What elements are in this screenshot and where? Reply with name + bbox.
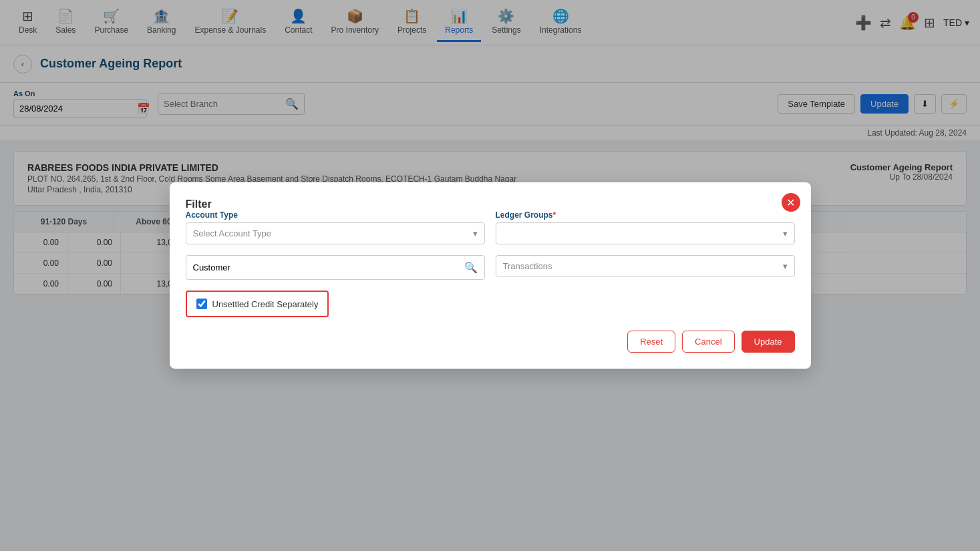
unsettled-credit-row: Unsettled Credit Separately: [186, 291, 329, 317]
modal-title: Filter: [186, 198, 212, 210]
ledger-groups-group: Ledger Groups* ▾: [496, 210, 795, 244]
transactions-value: Transactions: [503, 261, 552, 271]
customer-input-wrap[interactable]: 🔍: [186, 255, 485, 280]
modal-grid: Account Type Select Account Type ▾ Ledge…: [186, 210, 795, 280]
account-type-chevron-icon: ▾: [473, 228, 478, 238]
cancel-button[interactable]: Cancel: [682, 331, 734, 353]
ledger-groups-chevron-icon: ▾: [783, 228, 788, 238]
transactions-chevron-icon: ▾: [783, 261, 788, 271]
account-type-select[interactable]: Select Account Type ▾: [186, 222, 485, 244]
unsettled-credit-label[interactable]: Unsettled Credit Separately: [212, 299, 319, 309]
transactions-group: Transactions ▾: [496, 255, 795, 280]
account-type-placeholder: Select Account Type: [193, 228, 272, 238]
filter-modal: Filter ✕ Account Type Select Account Typ…: [170, 182, 811, 369]
unsettled-credit-checkbox[interactable]: [196, 299, 207, 309]
modal-update-button[interactable]: Update: [742, 331, 795, 353]
reset-button[interactable]: Reset: [627, 331, 675, 353]
account-type-group: Account Type Select Account Type ▾: [186, 210, 485, 244]
customer-group: 🔍: [186, 255, 485, 280]
ledger-groups-select[interactable]: ▾: [496, 222, 795, 244]
customer-search-icon[interactable]: 🔍: [464, 261, 478, 274]
modal-close-button[interactable]: ✕: [782, 193, 800, 212]
asterisk: *: [553, 210, 556, 220]
modal-overlay: Filter ✕ Account Type Select Account Typ…: [0, 0, 980, 551]
transactions-select[interactable]: Transactions ▾: [496, 255, 795, 277]
modal-footer: Reset Cancel Update: [186, 331, 795, 353]
ledger-groups-label: Ledger Groups*: [496, 210, 795, 220]
account-type-label: Account Type: [186, 210, 485, 220]
customer-input[interactable]: [193, 262, 464, 272]
